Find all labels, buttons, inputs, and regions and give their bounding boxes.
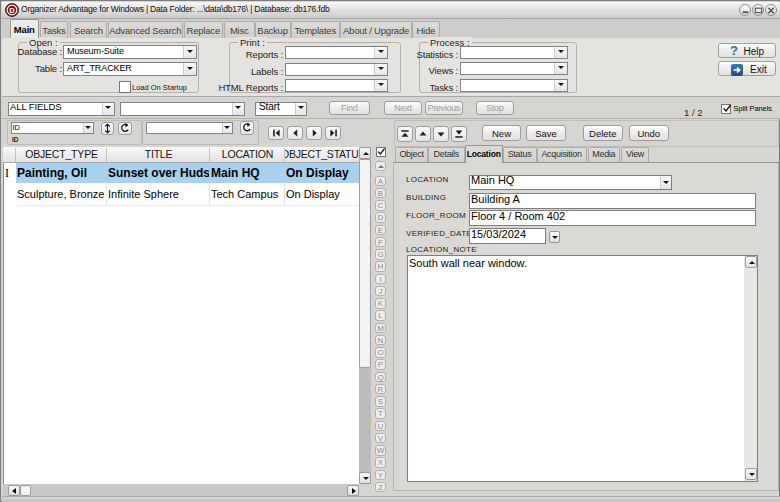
svg-text:D: D <box>9 6 15 15</box>
